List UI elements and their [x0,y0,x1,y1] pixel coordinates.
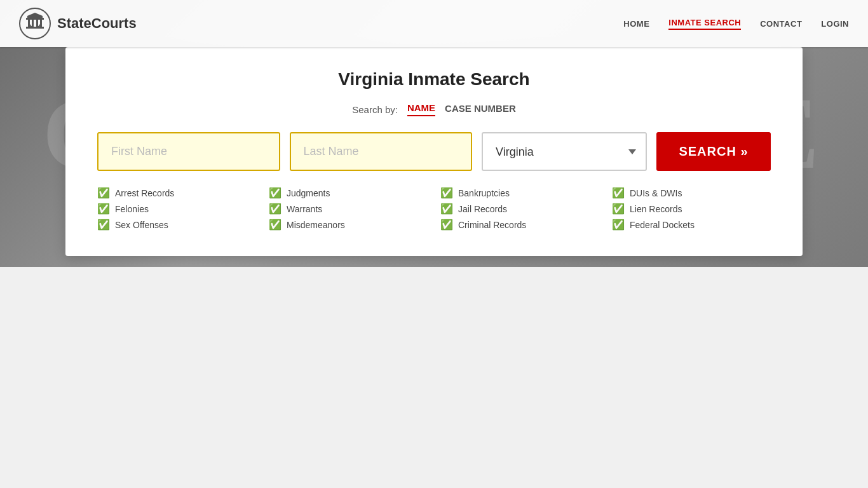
checkbox-item: ✅Misdemeanors [269,219,428,231]
checkbox-item: ✅Sex Offenses [97,219,256,231]
svg-rect-2 [28,19,30,27]
checkbox-checked-icon: ✅ [440,219,453,231]
checkbox-checked-icon: ✅ [440,203,453,215]
checkbox-label: Jail Records [458,204,507,214]
checkbox-label: Arrest Records [115,188,174,198]
checkbox-item: ✅Lien Records [612,203,771,215]
search-button[interactable]: SEARCH » [656,132,771,171]
checkbox-checked-icon: ✅ [612,203,625,215]
checkbox-checked-icon: ✅ [97,219,110,231]
checkbox-checked-icon: ✅ [612,187,625,199]
last-name-input[interactable] [290,132,473,171]
checkbox-label: Judgments [287,188,330,198]
logo-icon [19,8,51,39]
checkbox-label: DUIs & DWIs [630,188,682,198]
checkbox-item: ✅DUIs & DWIs [612,187,771,199]
logo-text: StateCourts [57,15,137,32]
svg-rect-3 [32,19,34,27]
checkbox-label: Sex Offenses [115,220,168,230]
checkbox-label: Felonies [115,204,149,214]
checkbox-label: Lien Records [630,204,682,214]
search-tab-name[interactable]: NAME [407,102,435,116]
nav-login[interactable]: LOGIN [821,19,849,29]
nav-home[interactable]: HOME [623,19,649,29]
checkbox-checked-icon: ✅ [97,187,110,199]
svg-rect-7 [26,27,44,29]
nav-inmate-search[interactable]: INMATE SEARCH [668,18,741,30]
svg-rect-4 [36,19,38,27]
checkbox-label: Warrants [287,204,322,214]
svg-rect-8 [27,16,43,18]
checkbox-label: Misdemeanors [287,220,345,230]
checkbox-checked-icon: ✅ [269,203,281,215]
first-name-input[interactable] [97,132,280,171]
logo-area: StateCourts [19,8,137,39]
checkboxes-grid: ✅Arrest Records✅Judgments✅Bankruptcies✅D… [97,187,771,231]
checkbox-item: ✅Felonies [97,203,256,215]
checkbox-label: Criminal Records [458,220,526,230]
svg-marker-9 [27,13,43,16]
header: StateCourts HOME INMATE SEARCH CONTACT L… [0,0,868,47]
search-by-row: Search by: NAME CASE NUMBER [97,102,771,116]
nav-links: HOME INMATE SEARCH CONTACT LOGIN [623,18,849,30]
checkbox-checked-icon: ✅ [97,203,110,215]
search-by-label: Search by: [352,104,398,115]
checkbox-item: ✅Warrants [269,203,428,215]
checkbox-item: ✅Judgments [269,187,428,199]
checkbox-checked-icon: ✅ [269,219,281,231]
search-tab-case-number[interactable]: CASE NUMBER [445,103,516,116]
checkbox-item: ✅Criminal Records [440,219,599,231]
checkbox-checked-icon: ✅ [440,187,453,199]
search-inputs-row: Virginia Alabama Alaska California Flori… [97,132,771,171]
checkbox-label: Bankruptcies [458,188,510,198]
checkbox-item: ✅Jail Records [440,203,599,215]
search-card: Virginia Inmate Search Search by: NAME C… [65,47,803,256]
checkbox-label: Federal Dockets [630,220,695,230]
checkbox-item: ✅Arrest Records [97,187,256,199]
checkbox-checked-icon: ✅ [269,187,281,199]
nav-contact[interactable]: CONTACT [760,19,802,29]
state-select[interactable]: Virginia Alabama Alaska California Flori… [482,132,647,171]
svg-rect-5 [40,19,42,27]
checkbox-item: ✅Bankruptcies [440,187,599,199]
search-card-title: Virginia Inmate Search [97,69,771,90]
checkbox-checked-icon: ✅ [612,219,625,231]
checkbox-item: ✅Federal Dockets [612,219,771,231]
